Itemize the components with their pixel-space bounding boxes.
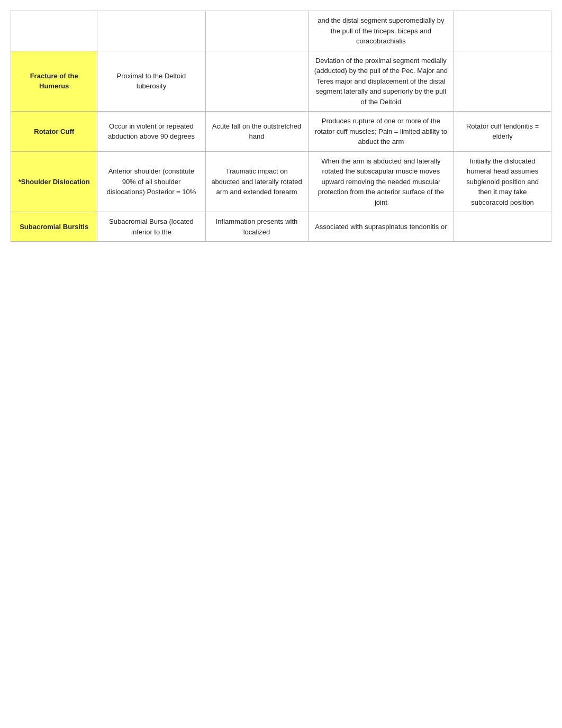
cell-r1-c1: Proximal to the Deltoid tuberosity [97,51,205,112]
main-table: and the distal segment superomedially by… [11,11,551,242]
cell-r1-c3: Deviation of the proximal segment medial… [308,51,454,112]
cell-r1-c2 [205,51,308,112]
cell-r1-c4 [454,51,551,112]
cell-r3-c0: *Shoulder Dislocation [11,151,97,212]
page: { "table": { "rows": [ { "col1": "", "co… [0,0,562,728]
cell-r0-c0 [11,11,97,51]
cell-r2-c0: Rotator Cuff [11,112,97,152]
cell-r3-c4: Initially the dislocated humeral head as… [454,151,551,212]
cell-r4-c4 [454,212,551,242]
cell-r1-c0: Fracture of the Humerus [11,51,97,112]
cell-r0-c4 [454,11,551,51]
cell-r4-c1: Subacromial Bursa (located inferior to t… [97,212,205,242]
cell-r0-c1 [97,11,205,51]
cell-r4-c0: Subacromial Bursitis [11,212,97,242]
cell-r2-c4: Rotator cuff tendonitis = elderly [454,112,551,152]
cell-r0-c2 [205,11,308,51]
cell-r2-c3: Produces rupture of one or more of the r… [308,112,454,152]
cell-r3-c2: Traumatic impact on abducted and lateral… [205,151,308,212]
cell-r2-c1: Occur in violent or repeated abduction a… [97,112,205,152]
cell-r2-c2: Acute fall on the outstretched hand [205,112,308,152]
cell-r4-c2: Inflammation presents with localized [205,212,308,242]
cell-r0-c3: and the distal segment superomedially by… [308,11,454,51]
cell-r3-c3: When the arm is abducted and laterally r… [308,151,454,212]
cell-r3-c1: Anterior shoulder (constitute 90% of all… [97,151,205,212]
cell-r4-c3: Associated with supraspinatus tendonitis… [308,212,454,242]
